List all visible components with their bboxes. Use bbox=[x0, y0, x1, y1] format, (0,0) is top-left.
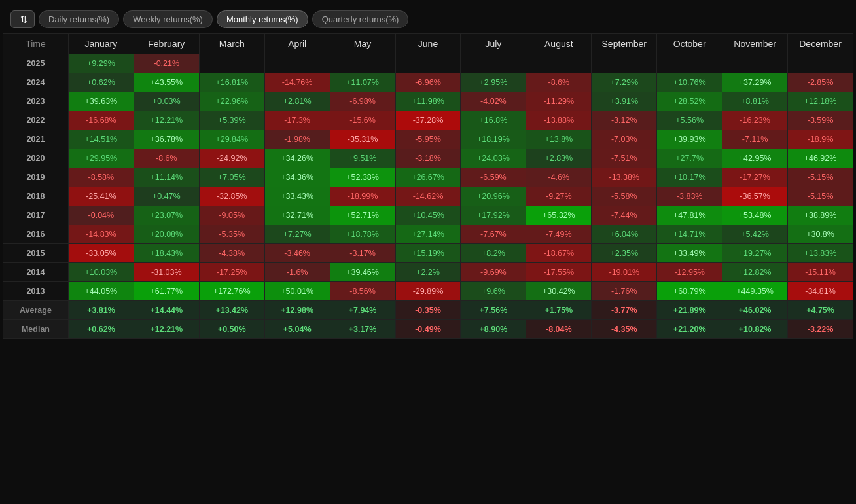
value-cell: -3.59% bbox=[788, 111, 853, 130]
value-cell: -9.69% bbox=[461, 263, 526, 282]
value-cell: -16.23% bbox=[722, 111, 788, 130]
value-cell: -32.85% bbox=[199, 187, 264, 206]
value-cell bbox=[526, 54, 592, 73]
value-cell: +13.8% bbox=[526, 130, 592, 149]
footer-value-cell: -4.35% bbox=[592, 320, 657, 339]
btn-monthly[interactable]: Monthly returns(%) bbox=[217, 10, 308, 28]
value-cell: -17.25% bbox=[199, 263, 264, 282]
returns-table-wrap: Time January February March April May Ju… bbox=[0, 33, 856, 339]
footer-value-cell: +13.42% bbox=[199, 301, 264, 320]
value-cell: +33.49% bbox=[657, 244, 722, 263]
value-cell: +39.63% bbox=[68, 92, 134, 111]
value-cell: -16.68% bbox=[68, 111, 134, 130]
value-cell: +52.71% bbox=[330, 206, 395, 225]
value-cell: -3.12% bbox=[592, 111, 657, 130]
col-mar: March bbox=[199, 34, 264, 54]
col-jun: June bbox=[395, 34, 461, 54]
table-body: 2025+9.29%-0.21%2024+0.62%+43.55%+16.81%… bbox=[3, 54, 853, 301]
value-cell: -9.27% bbox=[526, 187, 592, 206]
footer-value-cell: -0.49% bbox=[395, 320, 461, 339]
value-cell: +5.39% bbox=[199, 111, 264, 130]
value-cell: +10.45% bbox=[395, 206, 461, 225]
value-cell: +50.01% bbox=[264, 282, 330, 301]
footer-value-cell: +12.21% bbox=[134, 320, 199, 339]
value-cell: +6.04% bbox=[592, 225, 657, 244]
value-cell: -8.58% bbox=[68, 168, 134, 187]
value-cell: -0.04% bbox=[68, 206, 134, 225]
value-cell: -3.18% bbox=[395, 149, 461, 168]
value-cell: -7.03% bbox=[592, 130, 657, 149]
value-cell: +3.91% bbox=[592, 92, 657, 111]
value-cell: -6.59% bbox=[461, 168, 526, 187]
value-cell: +47.81% bbox=[657, 206, 722, 225]
value-cell: +38.89% bbox=[788, 206, 853, 225]
value-cell: -4.38% bbox=[199, 244, 264, 263]
value-cell: +2.95% bbox=[461, 73, 526, 92]
year-cell: 2016 bbox=[3, 225, 69, 244]
footer-value-cell: -8.04% bbox=[526, 320, 592, 339]
value-cell: -18.99% bbox=[330, 187, 395, 206]
footer-value-cell: +1.75% bbox=[526, 301, 592, 320]
value-cell: +53.48% bbox=[722, 206, 788, 225]
value-cell: -8.6% bbox=[134, 149, 199, 168]
year-cell: 2025 bbox=[3, 54, 69, 73]
table-row: 2016-14.83%+20.08%-5.35%+7.27%+18.78%+27… bbox=[3, 225, 853, 244]
value-cell: +5.42% bbox=[722, 225, 788, 244]
value-cell: +14.51% bbox=[68, 130, 134, 149]
table-row: 2023+39.63%+0.03%+22.96%+2.81%-6.98%+11.… bbox=[3, 92, 853, 111]
asset-selector[interactable]: ⇅ bbox=[10, 10, 35, 28]
value-cell: -0.21% bbox=[134, 54, 199, 73]
value-cell: +13.83% bbox=[788, 244, 853, 263]
value-cell: +11.07% bbox=[330, 73, 395, 92]
value-cell: -1.76% bbox=[592, 282, 657, 301]
value-cell: -17.3% bbox=[264, 111, 330, 130]
value-cell: +20.08% bbox=[134, 225, 199, 244]
value-cell: -18.67% bbox=[526, 244, 592, 263]
value-cell: +7.05% bbox=[199, 168, 264, 187]
table-row: 2022-16.68%+12.21%+5.39%-17.3%-15.6%-37.… bbox=[3, 111, 853, 130]
value-cell: +8.2% bbox=[461, 244, 526, 263]
value-cell: +27.14% bbox=[395, 225, 461, 244]
value-cell: +12.82% bbox=[722, 263, 788, 282]
footer-label: Median bbox=[3, 320, 69, 339]
value-cell: +44.05% bbox=[68, 282, 134, 301]
value-cell: +0.47% bbox=[134, 187, 199, 206]
value-cell: -8.56% bbox=[330, 282, 395, 301]
value-cell bbox=[330, 54, 395, 73]
value-cell: +7.29% bbox=[592, 73, 657, 92]
value-cell: +33.43% bbox=[264, 187, 330, 206]
value-cell: -3.46% bbox=[264, 244, 330, 263]
value-cell: -3.83% bbox=[657, 187, 722, 206]
footer-value-cell: +12.98% bbox=[264, 301, 330, 320]
btn-weekly[interactable]: Weekly returns(%) bbox=[123, 10, 213, 28]
year-cell: 2024 bbox=[3, 73, 69, 92]
table-row: 2014+10.03%-31.03%-17.25%-1.6%+39.46%+2.… bbox=[3, 263, 853, 282]
value-cell: -1.6% bbox=[264, 263, 330, 282]
col-nov: November bbox=[722, 34, 788, 54]
chevron-icon: ⇅ bbox=[20, 14, 27, 24]
table-footer: Average+3.81%+14.44%+13.42%+12.98%+7.94%… bbox=[3, 301, 853, 339]
value-cell: +15.19% bbox=[395, 244, 461, 263]
value-cell: +2.83% bbox=[526, 149, 592, 168]
col-feb: February bbox=[134, 34, 199, 54]
year-cell: 2013 bbox=[3, 282, 69, 301]
year-cell: 2023 bbox=[3, 92, 69, 111]
value-cell: -12.95% bbox=[657, 263, 722, 282]
value-cell: +26.67% bbox=[395, 168, 461, 187]
footer-value-cell: +0.62% bbox=[68, 320, 134, 339]
footer-value-cell: +3.81% bbox=[68, 301, 134, 320]
footer-value-cell: +46.02% bbox=[722, 301, 788, 320]
table-row: 2018-25.41%+0.47%-32.85%+33.43%-18.99%-1… bbox=[3, 187, 853, 206]
value-cell: -3.17% bbox=[330, 244, 395, 263]
value-cell: +27.7% bbox=[657, 149, 722, 168]
col-jul: July bbox=[461, 34, 526, 54]
col-sep: September bbox=[592, 34, 657, 54]
col-oct: October bbox=[657, 34, 722, 54]
btn-quarterly[interactable]: Quarterly returns(%) bbox=[312, 10, 409, 28]
footer-value-cell: +21.20% bbox=[657, 320, 722, 339]
value-cell: -7.51% bbox=[592, 149, 657, 168]
btn-daily[interactable]: Daily returns(%) bbox=[39, 10, 119, 28]
footer-row: Average+3.81%+14.44%+13.42%+12.98%+7.94%… bbox=[3, 301, 853, 320]
value-cell bbox=[722, 54, 788, 73]
returns-table: Time January February March April May Ju… bbox=[3, 33, 853, 339]
